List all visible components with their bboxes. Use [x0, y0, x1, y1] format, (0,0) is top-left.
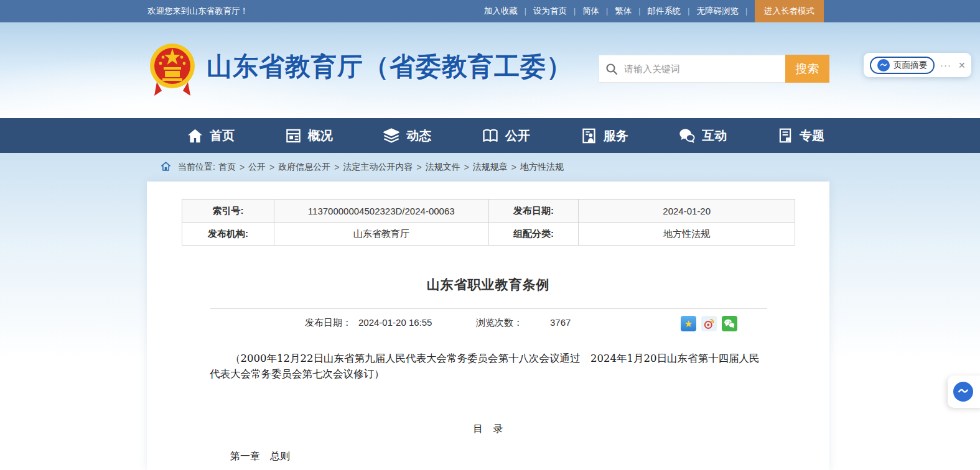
- breadcrumb-item-regulations[interactable]: 法规规章: [472, 162, 509, 173]
- close-icon[interactable]: ✕: [958, 60, 966, 70]
- breadcrumb-item-disclosure[interactable]: 公开: [247, 162, 267, 173]
- breadcrumb-home-icon: [161, 161, 171, 173]
- category-value: 地方性法规: [579, 223, 795, 246]
- breadcrumb: 当前位置: 首页 > 公开 > 政府信息公开 > 法定主动公开内容 > 法规文件…: [161, 157, 565, 177]
- nav-item-news[interactable]: 动态: [383, 127, 431, 144]
- nav-item-topics[interactable]: 专题: [777, 127, 824, 144]
- topbar-link-set-homepage[interactable]: 设为首页: [526, 6, 574, 17]
- top-bar: 欢迎您来到山东省教育厅！ 加入收藏 | 设为首页 | 简体 | 繁体 | 邮件系…: [0, 0, 980, 22]
- page-summary-label: 页面摘要: [894, 60, 927, 71]
- elder-mode-button[interactable]: 进入长者模式: [755, 0, 824, 22]
- index-number-label: 索引号:: [182, 200, 274, 223]
- nav-label: 首页: [210, 127, 235, 144]
- nav-item-home[interactable]: 首页: [187, 127, 235, 144]
- index-number-value: 11370000004502323D/2024-00063: [274, 200, 488, 223]
- topbar-link-simplified[interactable]: 简体: [576, 6, 606, 17]
- publish-date-meta-value: 2024-01-20 16:55: [358, 317, 432, 328]
- nav-label: 服务: [604, 127, 628, 144]
- nav-item-overview[interactable]: 概况: [285, 127, 333, 144]
- views-count: 3767: [550, 317, 571, 328]
- home-icon: [187, 127, 203, 144]
- page-summary-icon: [877, 59, 890, 71]
- toc-title: 目 录: [147, 423, 829, 436]
- nav-item-services[interactable]: 服务: [581, 127, 628, 144]
- views-label: 浏览次数：: [476, 317, 523, 329]
- topbar-link-accessibility[interactable]: 无障碍浏览: [689, 6, 745, 17]
- article-paragraph: （2000年12月22日山东省第九届人民代表大会常务委员会第十八次会议通过 20…: [210, 351, 767, 382]
- breadcrumb-separator: >: [334, 162, 340, 172]
- nav-label: 互动: [702, 127, 727, 144]
- topbar-link-add-favorite[interactable]: 加入收藏: [477, 6, 525, 17]
- interaction-icon: [678, 127, 696, 144]
- qzone-icon[interactable]: ★: [681, 316, 696, 331]
- publisher-label: 发布机构:: [182, 223, 274, 246]
- search-icon: [599, 55, 624, 82]
- nav-label: 概况: [308, 127, 333, 144]
- breadcrumb-separator: >: [239, 162, 245, 172]
- topbar-separator: |: [745, 7, 747, 16]
- national-emblem-logo: [148, 39, 197, 98]
- nav-item-interaction[interactable]: 互动: [678, 127, 727, 144]
- welcome-text: 欢迎您来到山东省教育厅！: [147, 6, 248, 17]
- document-info-table: 索引号: 11370000004502323D/2024-00063 发布日期:…: [182, 199, 795, 246]
- publisher-value: 山东省教育厅: [274, 223, 488, 246]
- topbar-link-traditional[interactable]: 繁体: [608, 6, 638, 17]
- breadcrumb-item-home[interactable]: 首页: [217, 162, 237, 173]
- article-title: 山东省职业教育条例: [147, 276, 829, 293]
- news-icon: [383, 127, 400, 144]
- nav-label: 专题: [800, 127, 824, 144]
- topics-icon: [777, 127, 793, 144]
- search-input[interactable]: [624, 55, 785, 82]
- wechat-icon[interactable]: [722, 316, 737, 331]
- publish-date-meta-label: 发布日期：: [305, 317, 352, 329]
- topbar-links: 加入收藏 | 设为首页 | 简体 | 繁体 | 邮件系统 | 无障碍浏览 | 进…: [477, 0, 824, 22]
- page-summary-button[interactable]: 页面摘要: [870, 57, 935, 74]
- breadcrumb-separator: >: [269, 162, 275, 172]
- breadcrumb-item-gov-info[interactable]: 政府信息公开: [277, 162, 332, 173]
- content-panel: 索引号: 11370000004502323D/2024-00063 发布日期:…: [147, 182, 829, 470]
- share-buttons: ★: [681, 316, 737, 331]
- breadcrumb-separator: >: [416, 162, 422, 172]
- more-options-icon[interactable]: ···: [940, 60, 951, 70]
- breadcrumb-item-statutory-content[interactable]: 法定主动公开内容: [342, 162, 414, 173]
- site-title: 山东省教育厅（省委教育工委）: [207, 50, 572, 84]
- category-label: 组配分类:: [488, 223, 579, 246]
- breadcrumb-separator: >: [464, 162, 470, 172]
- nav-item-disclosure[interactable]: 公开: [482, 127, 530, 144]
- title-divider: [210, 308, 767, 309]
- main-nav: 首页 概况 动态: [0, 118, 980, 153]
- services-icon: [581, 127, 597, 144]
- publish-date-value: 2024-01-20: [579, 200, 795, 223]
- open-book-icon: [482, 127, 499, 144]
- overview-icon: [285, 127, 302, 144]
- search-button[interactable]: 搜索: [785, 55, 829, 83]
- topbar-link-mail-system[interactable]: 邮件系统: [640, 6, 688, 17]
- site-header: 山东省教育厅（省委教育工委） 搜索: [0, 22, 980, 118]
- assistant-icon: [953, 382, 973, 402]
- table-row: 索引号: 11370000004502323D/2024-00063 发布日期:…: [182, 200, 795, 223]
- breadcrumb-item-local-regulations[interactable]: 地方性法规: [519, 162, 565, 173]
- assistant-side-button[interactable]: [948, 376, 980, 408]
- nav-label: 动态: [406, 127, 431, 144]
- article-meta: 发布日期： 2024-01-20 16:55 浏览次数： 3767 ★: [147, 313, 829, 332]
- page-summary-widget: 页面摘要 ··· ✕: [864, 53, 971, 77]
- nav-label: 公开: [505, 127, 530, 144]
- table-row: 发布机构: 山东省教育厅 组配分类: 地方性法规: [182, 223, 795, 246]
- publish-date-label: 发布日期:: [488, 200, 579, 223]
- search-box: 搜索: [599, 55, 829, 83]
- breadcrumb-prefix: 当前位置:: [178, 162, 215, 173]
- weibo-icon[interactable]: [701, 316, 717, 331]
- toc-item-chapter-1: 第一章 总则: [230, 450, 290, 463]
- breadcrumb-separator: >: [511, 162, 517, 172]
- breadcrumb-item-regulation-files[interactable]: 法规文件: [424, 162, 462, 173]
